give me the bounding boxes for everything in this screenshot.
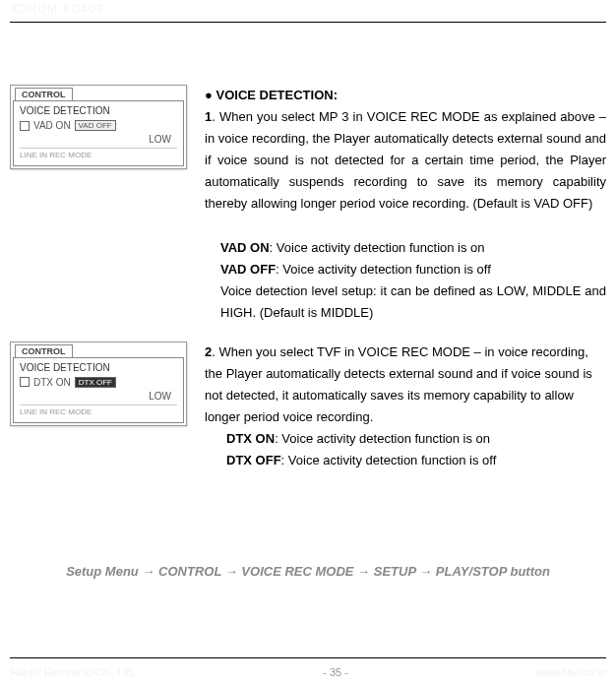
shot-line-1: VAD ON VAD OFF: [20, 120, 177, 131]
shot2-btn: DTX OFF: [75, 377, 116, 388]
footer-divider: [10, 657, 606, 658]
vad-off-line: VAD OFF: Voice activity detection functi…: [205, 259, 606, 280]
text-col-2: 2. When you select TVF in VOICE REC MODE…: [205, 342, 606, 472]
dtx-on-text: : Voice activity detection function is o…: [275, 431, 490, 446]
vad-off-text: : Voice activity detection function is o…: [276, 262, 491, 277]
bc-p4: SETUP: [374, 564, 416, 579]
bullet-icon: ●: [205, 88, 213, 102]
screenshot-2: CONTROL VOICE DETECTION DTX ON DTX OFF L…: [10, 342, 187, 426]
dtx-off-line: DTX OFF: Voice activity detection functi…: [205, 450, 606, 471]
item1-text: . When you select MP 3 in VOICE REC MODE…: [205, 109, 606, 211]
header-product: XDRUM XD403: [10, 2, 103, 16]
bc-p2: CONTROL: [158, 564, 221, 579]
shot-line-level: LOW: [20, 134, 177, 145]
footer: Hanbit Electronic Co., Ltd. - 35 - www.h…: [10, 666, 606, 678]
screenshot-1: CONTROL VOICE DETECTION VAD ON VAD OFF L…: [10, 85, 187, 169]
item2-text: . When you select TVF in VOICE REC MODE …: [205, 344, 592, 424]
checkbox-icon: [20, 121, 30, 131]
dtx-off-text: : Voice activity detection function is o…: [281, 453, 497, 467]
shot-level: LOW: [149, 134, 171, 145]
page: XDRUM XD403 CONTROL VOICE DETECTION VAD …: [0, 0, 616, 684]
bc-p5: PLAY/STOP button: [436, 564, 550, 579]
heading-text: VOICE DETECTION:: [216, 88, 338, 102]
shot-panel-2: VOICE DETECTION DTX ON DTX OFF LOW LINE …: [13, 357, 184, 423]
arrow-icon: →: [225, 564, 238, 579]
shot1-label: VAD ON: [33, 120, 71, 131]
checkbox-icon-2: [20, 377, 30, 387]
row-1: CONTROL VOICE DETECTION VAD ON VAD OFF L…: [10, 85, 606, 324]
vad-off-label: VAD OFF: [220, 262, 276, 277]
bc-p1: Setup Menu: [66, 564, 139, 579]
shot-sub: LINE IN REC MODE: [20, 148, 177, 159]
item-1: 1. When you select MP 3 in VOICE REC MOD…: [205, 106, 606, 215]
shot1-btn: VAD OFF: [75, 120, 116, 131]
bc-p3: VOICE REC MODE: [241, 564, 353, 579]
dtx-on-label: DTX ON: [226, 431, 275, 446]
device-shot-2: CONTROL VOICE DETECTION DTX ON DTX OFF L…: [10, 342, 187, 426]
shot-level-2: LOW: [149, 391, 171, 402]
arrow-icon: →: [419, 564, 432, 579]
footer-right: www.hbe.co.kr: [535, 666, 606, 678]
content: CONTROL VOICE DETECTION VAD ON VAD OFF L…: [10, 85, 606, 472]
shot-line-level-2: LOW: [20, 391, 177, 402]
shot-tab-2: CONTROL: [15, 344, 73, 357]
level-line: Voice detection level setup: it can be d…: [205, 280, 606, 324]
dtx-off-label: DTX OFF: [226, 453, 281, 467]
header-divider: [10, 22, 606, 23]
gap: [10, 324, 606, 342]
spacer: [205, 216, 606, 237]
row-2: CONTROL VOICE DETECTION DTX ON DTX OFF L…: [10, 342, 606, 472]
section-heading: ● VOICE DETECTION:: [205, 85, 606, 106]
breadcrumb: Setup Menu → CONTROL → VOICE REC MODE → …: [0, 564, 616, 579]
shot-title: VOICE DETECTION: [20, 105, 177, 116]
item-2: 2. When you select TVF in VOICE REC MODE…: [205, 342, 606, 428]
vad-on-label: VAD ON: [220, 240, 270, 255]
page-number: - 35 -: [323, 666, 348, 678]
shot-tab: CONTROL: [15, 88, 73, 100]
shot-line-2: DTX ON DTX OFF: [20, 377, 177, 388]
device-shot-1: CONTROL VOICE DETECTION VAD ON VAD OFF L…: [10, 85, 187, 169]
shot-title-2: VOICE DETECTION: [20, 362, 177, 373]
shot-sub-2: LINE IN REC MODE: [20, 404, 177, 416]
vad-on-text: : Voice activity detection function is o…: [270, 240, 485, 255]
arrow-icon: →: [142, 564, 154, 579]
shot-panel: VOICE DETECTION VAD ON VAD OFF LOW LINE …: [13, 100, 184, 166]
text-col-1: ● VOICE DETECTION: 1. When you select MP…: [205, 85, 606, 324]
arrow-icon: →: [357, 564, 370, 579]
dtx-on-line: DTX ON: Voice activity detection functio…: [205, 428, 606, 450]
footer-left: Hanbit Electronic Co., Ltd.: [10, 666, 136, 678]
vad-on-line: VAD ON: Voice activity detection functio…: [205, 237, 606, 259]
shot2-label: DTX ON: [33, 377, 71, 388]
